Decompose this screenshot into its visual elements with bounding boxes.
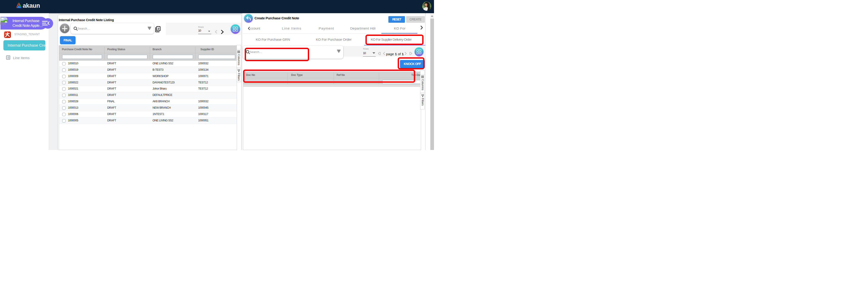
svg-text:2: 2 [158,27,159,30]
